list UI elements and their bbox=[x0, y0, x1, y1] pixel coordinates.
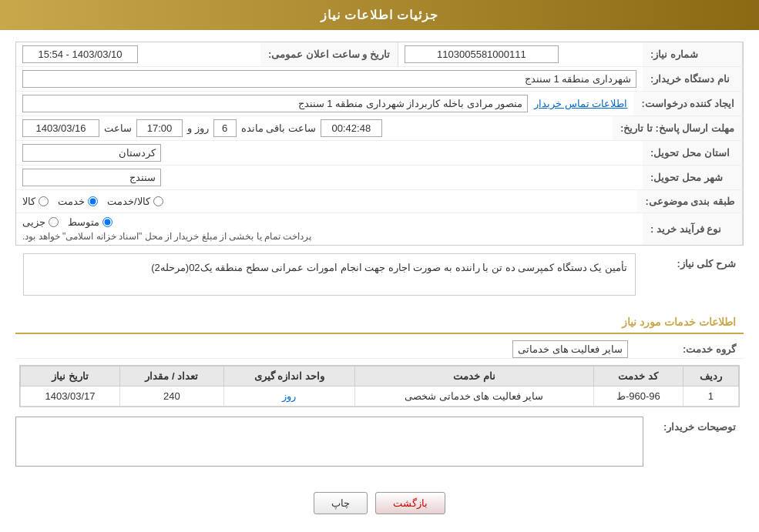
cell-nam: سایر فعالیت های خدماتی شخصی bbox=[354, 386, 593, 407]
shomara-niaz-value: 1103005581000111 bbox=[405, 45, 559, 63]
shahr-value-cell: سنندج bbox=[16, 166, 643, 189]
services-title: اطلاعات خدمات مورد نیاز bbox=[15, 311, 744, 334]
col-radif: ردیف bbox=[683, 366, 738, 386]
mohlet-value-cell: 00:42:48 ساعت باقی مانده 6 روز و 17:00 س… bbox=[16, 116, 613, 140]
tabaqe-kala-label: کالا bbox=[22, 196, 35, 207]
tabaqe-khedmat-label: خدمت bbox=[58, 196, 85, 207]
mohlet-rouz-label: روز و bbox=[187, 122, 209, 134]
table-header: ردیف کد خدمت نام خدمت واحد اندازه گیری ت… bbox=[21, 366, 739, 386]
tarikh-value-cell: 1403/03/10 - 15:54 bbox=[16, 42, 260, 66]
col-tarikh: تاریخ نیاز bbox=[21, 366, 120, 386]
nam-dastgah-value: شهرداری منطقه 1 سنندج bbox=[22, 70, 636, 88]
cell-vahed: روز bbox=[223, 386, 354, 407]
cell-tedad: 240 bbox=[119, 386, 223, 407]
page-container: جزئیات اطلاعات نیاز شماره نیاز: 11030055… bbox=[0, 0, 759, 532]
shahr-value: سنندج bbox=[22, 169, 161, 186]
tabaqe-kala-khedmat-radio[interactable] bbox=[153, 196, 163, 206]
shahr-label: شهر محل تحویل: bbox=[643, 166, 743, 189]
ijad-value-cell: اطلاعات تماس خریدار منصور مرادی باخله کا… bbox=[16, 92, 633, 115]
mohlet-baqi-label: ساعت باقی مانده bbox=[241, 122, 316, 134]
table-row: 1 960-96-ط سایر فعالیت های خدماتی شخصی ر… bbox=[21, 386, 739, 407]
cell-radif: 1 bbox=[683, 386, 738, 407]
cell-kod: 960-96-ط bbox=[593, 386, 683, 407]
tabaqe-value-cell: کالا/خدمت خدمت کالا bbox=[16, 190, 637, 212]
mohlet-row: مهلت ارسال پاسخ: تا تاریخ: 00:42:48 ساعت… bbox=[16, 116, 743, 141]
faraiand-value-cell: متوسط جزیی پرداخت تمام یا بخشی از مبلغ خ… bbox=[16, 213, 643, 245]
ijad-link[interactable]: اطلاعات تماس خریدار bbox=[534, 98, 627, 109]
page-header: جزئیات اطلاعات نیاز bbox=[0, 0, 759, 30]
services-section: اطلاعات خدمات مورد نیاز گروه خدمت: سایر … bbox=[15, 311, 744, 407]
faraiand-jozii-label: جزیی bbox=[22, 216, 45, 228]
ostan-value: کردستان bbox=[22, 144, 161, 162]
table-body: 1 960-96-ط سایر فعالیت های خدماتی شخصی ر… bbox=[21, 386, 739, 407]
mohlet-rouz-value: 6 bbox=[213, 119, 237, 137]
tarikh-value: 1403/03/10 - 15:54 bbox=[22, 45, 138, 63]
ostan-value-cell: کردستان bbox=[16, 141, 643, 165]
sharh-value: تأمین یک دستگاه کمپرسی ده تن با راننده ب… bbox=[23, 253, 636, 296]
nam-dastgah-label: نام دستگاه خریدار: bbox=[643, 67, 743, 91]
ostan-row: استان محل تحویل: کردستان bbox=[16, 141, 743, 166]
sharh-label: شرح کلی نیاز: bbox=[643, 253, 744, 274]
faraiand-row: نوع فرآیند خرید : متوسط جزیی پرداخت تمام… bbox=[16, 213, 743, 245]
tosif-section: توصیحات خریدار: bbox=[15, 417, 744, 469]
tosif-textarea[interactable] bbox=[15, 417, 643, 467]
ijad-label: ایجاد کننده درخواست: bbox=[633, 92, 743, 115]
col-nam: نام خدمت bbox=[354, 366, 593, 386]
shomara-row: شماره نیاز: 1103005581000111 تاریخ و ساع… bbox=[16, 42, 743, 67]
tabaqe-radio-group: کالا/خدمت خدمت کالا bbox=[22, 196, 163, 207]
sharh-section: شرح کلی نیاز: تأمین یک دستگاه کمپرسی ده … bbox=[15, 253, 744, 303]
shomara-niaz-value-cell: 1103005581000111 bbox=[398, 42, 643, 66]
faraiand-motavaset-label: متوسط bbox=[68, 216, 99, 228]
grouh-value: سایر فعالیت های خدماتی bbox=[512, 340, 628, 358]
print-button[interactable]: چاپ bbox=[314, 492, 368, 514]
col-vahed: واحد اندازه گیری bbox=[223, 366, 354, 386]
tabaqe-row: طبقه بندی موضوعی: کالا/خدمت خدمت bbox=[16, 190, 743, 213]
tosif-label: توصیحات خریدار: bbox=[643, 417, 744, 437]
ostan-label: استان محل تحویل: bbox=[643, 141, 743, 165]
services-table: ردیف کد خدمت نام خدمت واحد اندازه گیری ت… bbox=[20, 366, 739, 407]
mohlet-baqi-value: 00:42:48 bbox=[321, 119, 382, 137]
tabaqe-label: طبقه بندی موضوعی: bbox=[637, 190, 743, 212]
shahr-row: شهر محل تحویل: سنندج bbox=[16, 166, 743, 190]
tosif-value-wrapper bbox=[15, 417, 643, 469]
ijad-row: ایجاد کننده درخواست: اطلاعات تماس خریدار… bbox=[16, 92, 743, 116]
faraiand-motavaset-option[interactable]: متوسط bbox=[68, 216, 113, 228]
nam-dastgah-row: نام دستگاه خریدار: شهرداری منطقه 1 سنندج bbox=[16, 67, 743, 92]
bottom-buttons: بازگشت چاپ bbox=[15, 480, 744, 526]
mohlet-label: مهلت ارسال پاسخ: تا تاریخ: bbox=[613, 116, 743, 140]
faraiand-jozii-radio[interactable] bbox=[49, 217, 59, 227]
col-kod: کد خدمت bbox=[593, 366, 683, 386]
back-button[interactable]: بازگشت bbox=[375, 492, 445, 514]
nam-dastgah-value-cell: شهرداری منطقه 1 سنندج bbox=[16, 67, 643, 91]
mohlet-saet-value: 17:00 bbox=[136, 119, 183, 137]
grouh-row: گروه خدمت: سایر فعالیت های خدماتی bbox=[15, 340, 744, 359]
mohlet-date-value: 1403/03/16 bbox=[22, 119, 99, 137]
col-tedad: تعداد / مقدار bbox=[119, 366, 223, 386]
faraiand-label: نوع فرآیند خرید : bbox=[643, 213, 743, 245]
mohlet-saet-label: ساعت bbox=[104, 122, 132, 134]
cell-tarikh: 1403/03/17 bbox=[21, 386, 120, 407]
faraiand-motavaset-radio[interactable] bbox=[102, 217, 113, 227]
tarikh-label: تاریخ و ساعت اعلان عمومی: bbox=[260, 42, 398, 66]
faraiand-jozii-option[interactable]: جزیی bbox=[22, 216, 59, 228]
grouh-value-cell: سایر فعالیت های خدماتی bbox=[23, 343, 636, 355]
main-content: شماره نیاز: 1103005581000111 تاریخ و ساع… bbox=[0, 30, 759, 532]
grouh-label: گروه خدمت: bbox=[636, 343, 736, 355]
tabaqe-kala-khedmat-option[interactable]: کالا/خدمت bbox=[107, 196, 163, 207]
tabaqe-khedmat-option[interactable]: خدمت bbox=[58, 196, 98, 207]
tabaqe-khedmat-radio[interactable] bbox=[88, 196, 98, 206]
tabaqe-kala-khedmat-label: کالا/خدمت bbox=[107, 196, 150, 207]
main-info-section: شماره نیاز: 1103005581000111 تاریخ و ساع… bbox=[15, 42, 744, 246]
sharh-value-wrapper: تأمین یک دستگاه کمپرسی ده تن با راننده ب… bbox=[15, 253, 643, 303]
faraiand-note: پرداخت تمام یا بخشی از مبلغ خریدار از مح… bbox=[22, 231, 311, 242]
page-title: جزئیات اطلاعات نیاز bbox=[321, 8, 439, 22]
ijad-value: منصور مرادی باخله کاربرداز شهرداری منطقه… bbox=[22, 95, 528, 112]
faraiand-radio-group: متوسط جزیی bbox=[22, 216, 113, 228]
tabaqe-kala-radio[interactable] bbox=[39, 196, 49, 206]
shomara-niaz-label: شماره نیاز: bbox=[643, 42, 743, 66]
services-table-container: ردیف کد خدمت نام خدمت واحد اندازه گیری ت… bbox=[19, 365, 740, 407]
tabaqe-kala-option[interactable]: کالا bbox=[22, 196, 49, 207]
